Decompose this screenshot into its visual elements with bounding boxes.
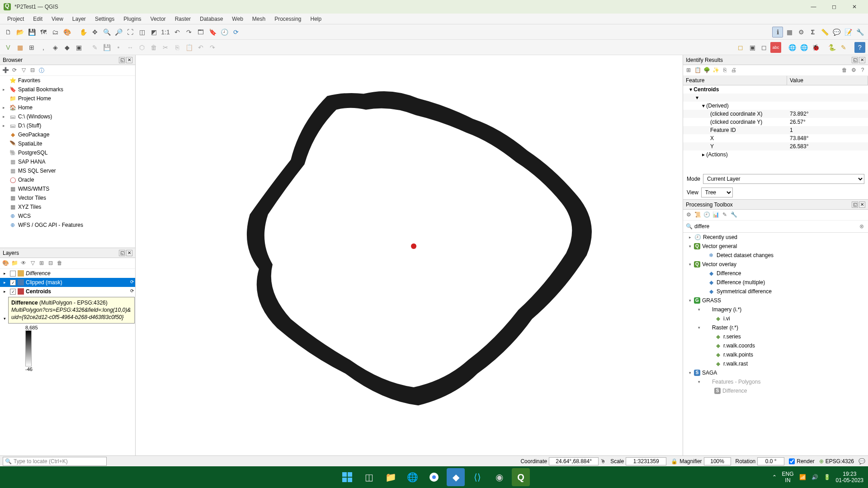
toolbox-results-icon[interactable]: 📊 [712,211,719,219]
mag-input[interactable] [704,457,731,465]
tray-language[interactable]: ENGIN [782,471,794,484]
identify-icon[interactable]: ℹ [772,27,783,38]
toolbox-item[interactable]: SDifference [683,386,868,395]
zoom-selection-icon[interactable]: ◫ [137,27,147,38]
identify-highlight-icon[interactable]: ✨ [712,67,719,74]
taskbar-start-icon[interactable] [338,468,356,486]
layer-row[interactable]: ▸✓Centroids⟳ [0,287,135,296]
undo-icon[interactable]: ↶ [195,42,206,53]
browser-item[interactable]: ◯Oracle [0,175,135,184]
lock-icon[interactable]: 🔒 [671,458,678,465]
edit-toggle-icon[interactable]: ✎ [90,42,100,53]
identify-tree-icon[interactable]: 🌳 [703,67,710,74]
move-feature-icon[interactable]: ↔ [125,42,136,53]
menu-database[interactable]: Database [195,14,227,23]
toolbox-item[interactable]: ◆Difference (multiple) [683,278,868,287]
zoom-layer-icon[interactable]: ◩ [148,27,159,38]
browser-item[interactable]: ▸🔖Spatial Bookmarks [0,85,135,94]
browser-filter-icon[interactable]: ▽ [20,67,27,74]
taskbar-edge-icon[interactable]: 🌐 [403,468,421,486]
taskbar-qgis-icon[interactable]: Q [512,468,530,486]
temporal-icon[interactable]: 🕘 [219,27,230,38]
zoom-full-icon[interactable]: ⛶ [125,27,136,38]
zoom-next-icon[interactable]: ↷ [184,27,194,38]
toolbox-close-button[interactable]: ✕ [859,202,865,208]
toolbox-item[interactable]: ❄Detect dataset changes [683,251,868,260]
locator-input[interactable]: 🔍 Type to locate (Ctrl+K) [3,457,107,466]
zoom-last-icon[interactable]: ↶ [172,27,183,38]
layers-float-button[interactable]: ◱ [119,250,125,256]
measure-icon[interactable]: 📏 [819,27,830,38]
map-canvas[interactable] [136,55,683,455]
layers-visibility-icon[interactable]: 👁 [20,260,27,267]
identify-float-button[interactable]: ◱ [852,57,858,63]
help-icon[interactable]: ? [854,42,865,53]
browser-properties-icon[interactable]: ⓘ [38,67,45,74]
menu-project[interactable]: Project [3,14,28,23]
plugin-globe2-icon[interactable]: 🌐 [798,42,809,53]
plugin-bug-icon[interactable]: 🐞 [810,42,821,53]
python-console-icon[interactable]: 🐍 [826,42,837,53]
new-bookmark-icon[interactable]: 🔖 [207,27,218,38]
new-map-view-icon[interactable]: 🗔 [195,27,206,38]
add-raster-icon[interactable]: ▦ [14,42,25,53]
browser-refresh-icon[interactable]: ⟳ [11,67,18,74]
toolbox-tree[interactable]: ▸🕘Recently used▾QVector general❄Detect d… [683,233,868,455]
zoom-out-icon[interactable]: 🔎 [113,27,124,38]
browser-item[interactable]: ▸🖴C:\ (Windows) [0,112,135,121]
toolbox-options-icon[interactable]: 🔧 [730,211,737,219]
attributes-icon[interactable]: ▦ [784,27,795,38]
deselect-icon[interactable]: ◻ [759,42,769,53]
save-edits-icon[interactable]: 💾 [101,42,112,53]
add-virtual-icon[interactable]: ◈ [50,42,61,53]
crs-icon[interactable]: ⊕ [819,458,824,465]
coord-toggle-icon[interactable]: 🖰 [600,458,606,465]
identify-settings-icon[interactable]: ⚙ [850,67,857,74]
toolbox-item[interactable]: ▾GGRASS [683,296,868,305]
tray-volume-icon[interactable]: 🔊 [811,474,818,480]
browser-item[interactable]: ▦WMS/WMTS [0,184,135,193]
menu-view[interactable]: View [47,14,68,23]
layers-filter-icon[interactable]: ▽ [29,260,36,267]
node-tool-icon[interactable]: ⬡ [137,42,147,53]
toolbox-item[interactable]: ◆i.vi [683,314,868,323]
layers-collapse-icon[interactable]: ⊟ [47,260,54,267]
browser-item[interactable]: 🪶SpatiaLite [0,139,135,148]
browser-add-icon[interactable]: ➕ [2,67,9,74]
menu-plugins[interactable]: Plugins [119,14,146,23]
identify-expand-icon[interactable]: ⊞ [685,67,692,74]
menu-vector[interactable]: Vector [146,14,170,23]
redo-icon[interactable]: ↷ [207,42,218,53]
statistics-icon[interactable]: Σ [807,27,818,38]
add-feature-icon[interactable]: • [113,42,124,53]
taskbar-steam-icon[interactable]: ◉ [490,468,508,486]
save-project-icon[interactable]: 💾 [26,27,37,38]
minimize-button[interactable]: ― [803,0,824,14]
layout-manager-icon[interactable]: 🗂 [50,27,61,38]
menu-processing[interactable]: Processing [270,14,306,23]
taskbar-chrome-icon[interactable] [425,468,443,486]
identify-help-icon[interactable]: ? [859,67,866,74]
add-mesh-icon[interactable]: ⊞ [26,42,37,53]
browser-item[interactable]: ▸🏠Home [0,103,135,112]
browser-item[interactable]: ▦MS SQL Server [0,166,135,175]
delete-icon[interactable]: 🗑 [148,42,159,53]
identify-clear-icon[interactable]: 🗑 [841,67,848,74]
toolbox-float-button[interactable]: ◱ [852,202,858,208]
toolbox-search-input[interactable] [694,222,858,231]
annotation-icon[interactable]: 📝 [843,27,854,38]
close-button[interactable]: ✕ [844,0,864,14]
render-checkbox[interactable] [789,457,795,465]
crs-label[interactable]: EPSG:4326 [826,458,854,465]
toolbox-script-icon[interactable]: 📜 [694,211,701,219]
toolbox-item[interactable]: ◆r.series [683,332,868,341]
identify-close-button[interactable]: ✕ [859,57,865,63]
label-tool-icon[interactable]: abc [770,42,781,53]
style-manager-icon[interactable]: 🎨 [61,27,72,38]
maximize-button[interactable]: ◻ [824,0,844,14]
browser-tree[interactable]: ⭐Favorites▸🔖Spatial Bookmarks📁Project Ho… [0,76,135,248]
taskbar-sketchup-icon[interactable]: ◆ [447,468,465,486]
layers-expand-icon[interactable]: ⊞ [38,260,45,267]
tray-clock[interactable]: 19:2301-05-2023 [836,471,863,484]
map-tips-icon[interactable]: 💬 [831,27,842,38]
